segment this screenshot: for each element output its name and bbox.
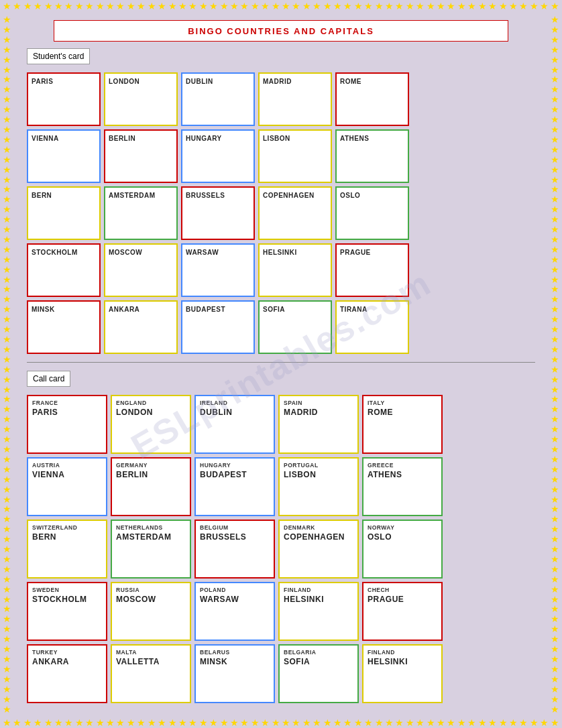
call-country-0-1: ENGLAND bbox=[116, 400, 147, 406]
call-cell-4-0: TURKEYANKARA bbox=[27, 644, 107, 703]
star-icon: ★ bbox=[3, 355, 11, 364]
star-icon: ★ bbox=[488, 1, 497, 11]
star-icon: ★ bbox=[3, 95, 11, 104]
star-icon: ★ bbox=[3, 155, 11, 164]
star-icon: ★ bbox=[551, 414, 559, 424]
star-icon: ★ bbox=[551, 624, 559, 633]
star-icon: ★ bbox=[3, 514, 11, 524]
call-cell-3-1: RUSSIAMOSCOW bbox=[111, 582, 191, 641]
star-icon: ★ bbox=[3, 718, 11, 727]
student-cell-1-1: BERLIN bbox=[104, 129, 178, 183]
star-icon: ★ bbox=[395, 1, 404, 11]
star-icon: ★ bbox=[199, 718, 208, 727]
star-icon: ★ bbox=[3, 495, 11, 504]
call-capital-3-3: HELSINKI bbox=[284, 595, 324, 604]
star-icon: ★ bbox=[467, 718, 476, 727]
call-capital-2-4: OSLO bbox=[368, 532, 392, 542]
star-icon: ★ bbox=[3, 335, 11, 344]
star-icon: ★ bbox=[127, 1, 135, 11]
star-icon: ★ bbox=[3, 424, 11, 434]
star-icon: ★ bbox=[3, 604, 11, 613]
call-cell-1-2: HUNGARYBUDAPEST bbox=[194, 457, 275, 516]
star-icon: ★ bbox=[3, 35, 11, 44]
star-icon: ★ bbox=[551, 194, 559, 204]
student-cell-3-0: STOCKHOLM bbox=[27, 243, 101, 297]
students-card-label: Student's card bbox=[27, 48, 90, 64]
star-icon: ★ bbox=[106, 718, 115, 727]
call-country-0-2: IRELAND bbox=[200, 400, 227, 406]
call-capital-2-3: COPENHAGEN bbox=[284, 532, 345, 542]
call-card-label: Call card bbox=[27, 371, 70, 387]
call-cell-2-2: BELGIUMBRUSSELS bbox=[194, 520, 275, 579]
star-icon: ★ bbox=[551, 644, 559, 654]
call-country-0-3: SPAIN bbox=[284, 400, 302, 406]
star-icon: ★ bbox=[551, 35, 559, 44]
star-icon: ★ bbox=[158, 718, 166, 727]
star-icon: ★ bbox=[364, 718, 373, 727]
call-capital-4-4: HELSINKI bbox=[368, 657, 408, 666]
student-row-1: VIENNABERLINHUNGARYLISBONATHENS bbox=[27, 129, 535, 183]
call-country-4-1: MALTA bbox=[116, 649, 137, 656]
star-icon: ★ bbox=[3, 235, 11, 244]
title-box: BINGO COUNTRIES AND CAPITALS bbox=[54, 20, 508, 42]
call-cell-1-3: PORTUGALLISBON bbox=[278, 457, 359, 516]
star-icon: ★ bbox=[13, 1, 21, 11]
star-icon: ★ bbox=[188, 718, 197, 727]
call-capital-1-1: BERLIN bbox=[116, 470, 148, 479]
star-icon: ★ bbox=[272, 718, 280, 727]
call-country-1-3: PORTUGAL bbox=[284, 462, 319, 469]
star-icon: ★ bbox=[230, 718, 239, 727]
star-icon: ★ bbox=[323, 718, 332, 727]
call-cell-3-3: FINLANDHELSINKI bbox=[278, 582, 359, 641]
star-icon: ★ bbox=[499, 718, 508, 727]
star-icon: ★ bbox=[3, 15, 11, 24]
call-capital-0-3: MADRID bbox=[284, 408, 318, 417]
star-icon: ★ bbox=[127, 718, 135, 727]
star-icon: ★ bbox=[551, 454, 559, 464]
star-icon: ★ bbox=[261, 1, 270, 11]
star-icon: ★ bbox=[551, 45, 559, 54]
student-cell-4-0: MINSK bbox=[27, 300, 101, 354]
star-icon: ★ bbox=[530, 718, 539, 727]
star-icon: ★ bbox=[551, 664, 559, 674]
call-country-1-4: GREECE bbox=[368, 462, 394, 469]
star-icon: ★ bbox=[85, 718, 94, 727]
star-icon: ★ bbox=[3, 84, 11, 94]
star-icon: ★ bbox=[3, 634, 11, 644]
star-icon: ★ bbox=[551, 175, 559, 184]
star-icon: ★ bbox=[54, 718, 63, 727]
star-icon: ★ bbox=[551, 235, 559, 244]
star-icon: ★ bbox=[116, 718, 125, 727]
star-icon: ★ bbox=[230, 1, 239, 11]
call-country-0-0: FRANCE bbox=[32, 400, 58, 406]
star-icon: ★ bbox=[3, 255, 11, 264]
call-capital-1-0: VIENNA bbox=[32, 470, 64, 479]
star-icon: ★ bbox=[457, 1, 466, 11]
star-icon: ★ bbox=[551, 705, 559, 714]
star-icon: ★ bbox=[551, 314, 559, 324]
star-icon: ★ bbox=[375, 1, 384, 11]
student-row-3: STOCKHOLMMOSCOWWARSAWHELSINKIPRAGUE bbox=[27, 243, 535, 297]
star-icon: ★ bbox=[551, 385, 559, 394]
star-icon: ★ bbox=[178, 718, 187, 727]
star-icon: ★ bbox=[3, 465, 11, 474]
call-capital-0-1: LONDON bbox=[116, 408, 153, 417]
star-icon: ★ bbox=[44, 718, 53, 727]
star-icon: ★ bbox=[3, 624, 11, 633]
star-icon: ★ bbox=[551, 355, 559, 364]
star-icon: ★ bbox=[23, 1, 32, 11]
student-cell-2-0: BERN bbox=[27, 186, 101, 240]
star-icon: ★ bbox=[509, 1, 518, 11]
call-grid: FRANCEPARISENGLANDLONDONIRELANDDUBLINSPA… bbox=[27, 395, 535, 703]
star-icon: ★ bbox=[551, 1, 559, 11]
star-icon: ★ bbox=[551, 324, 559, 334]
star-icon: ★ bbox=[64, 718, 73, 727]
student-row-4: MINSKANKARABUDAPESTSOFIATIRANA bbox=[27, 300, 535, 354]
star-icon: ★ bbox=[551, 574, 559, 584]
star-icon: ★ bbox=[3, 574, 11, 584]
star-icon: ★ bbox=[261, 718, 270, 727]
star-icon: ★ bbox=[220, 1, 229, 11]
star-icon: ★ bbox=[3, 564, 11, 574]
star-icon: ★ bbox=[551, 155, 559, 164]
star-icon: ★ bbox=[551, 65, 559, 74]
